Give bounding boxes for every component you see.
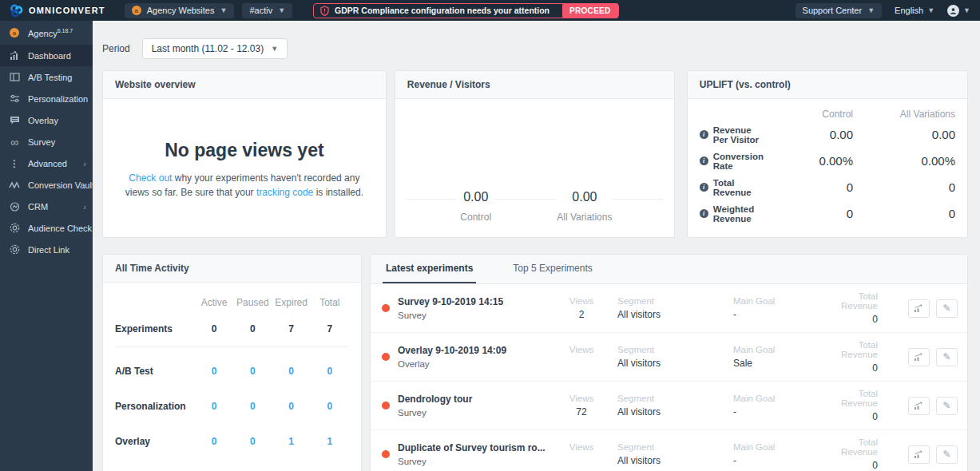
edit-button[interactable]: ✎: [936, 445, 958, 464]
edit-button[interactable]: ✎: [936, 348, 958, 366]
experiment-row[interactable]: Survey 9-10-2019 14:15 Survey Views2 Seg…: [371, 284, 967, 333]
uplift-control-value: 0.00%: [764, 154, 853, 168]
sidebar-item-crm[interactable]: CRM ›: [0, 196, 93, 217]
sidebar-item-label: Conversion Vault: [28, 180, 94, 190]
goal-selector[interactable]: #activ ▼: [242, 3, 292, 18]
sidebar-item-advanced[interactable]: ⋮ Advanced ›: [0, 152, 93, 174]
user-menu[interactable]: ▼: [947, 5, 970, 17]
empty-state-text: Check out why your experiments haven't r…: [117, 171, 371, 200]
chevron-down-icon: ▼: [278, 7, 285, 14]
tab-top-5-experiments[interactable]: Top 5 Experiments: [510, 255, 595, 283]
chevron-down-icon: ▼: [271, 46, 278, 53]
experiment-title: Overlay 9-10-2019 14:09: [398, 345, 546, 356]
segment-value: All visitors: [617, 455, 733, 466]
sidebar-item-dashboard[interactable]: Dashboard: [0, 45, 93, 66]
personalization-icon: [8, 94, 21, 103]
topbar: OMNICONVERT a Agency Websites ▼ #activ ▼…: [0, 0, 980, 21]
sidebar-item-direct-link[interactable]: Direct Link: [0, 239, 93, 260]
sidebar-item-conversion-vault[interactable]: Conversion Vault: [0, 174, 93, 196]
agency-icon: a: [8, 28, 21, 38]
stats-button[interactable]: [908, 445, 930, 464]
main-goal-value: -: [733, 455, 841, 466]
main-goal-value: Sale: [733, 358, 841, 369]
sidebar-item-audience-check[interactable]: Audience Check: [0, 217, 93, 239]
language-selector[interactable]: English ▼: [895, 6, 934, 15]
chart-icon: [914, 402, 924, 410]
website-selector-label: Agency Websites: [147, 6, 215, 15]
sidebar-item-label: Survey: [28, 137, 55, 147]
card-title: Revenue / Visitors: [395, 71, 674, 99]
period-value: Last month (11.02 - 12.03): [152, 43, 264, 54]
stats-button[interactable]: [908, 348, 930, 366]
card-title: UPLIFT (vs. control): [688, 71, 967, 99]
total-revenue-value: 0: [841, 460, 878, 471]
experiment-title: Duplicate of Survey tourism ro...: [398, 442, 546, 453]
period-select[interactable]: Last month (11.02 - 12.03) ▼: [142, 38, 288, 59]
info-icon[interactable]: i: [700, 156, 708, 165]
sidebar-item-label: CRM: [28, 202, 48, 212]
activity-row-experiments: Experiments 0 0 7 7: [115, 315, 349, 343]
sidebar-item-label: Advanced: [28, 159, 67, 168]
check-out-link[interactable]: Check out: [129, 172, 172, 184]
chart-icon: [914, 304, 924, 313]
uplift-all-value: 0.00%: [853, 154, 955, 168]
experiment-row[interactable]: Overlay 9-10-2019 14:09 Overlay Views Se…: [371, 333, 967, 382]
uplift-control-value: 0: [764, 207, 853, 220]
col-paused: Paused: [233, 297, 272, 308]
info-icon[interactable]: i: [700, 130, 708, 139]
activity-row-overlay: Overlay 0 0 1 1: [115, 427, 349, 456]
uplift-col-all-variations: All Variations: [853, 109, 955, 120]
sidebar-item-ab-testing[interactable]: A/B Testing: [0, 66, 93, 88]
pencil-icon: ✎: [942, 400, 950, 411]
advanced-icon: ⋮: [8, 158, 21, 169]
divider: [115, 346, 349, 347]
pencil-icon: ✎: [942, 303, 950, 314]
col-total: Total: [311, 297, 349, 308]
sidebar-item-label: Audience Check: [28, 224, 92, 233]
status-dot: [382, 402, 390, 410]
chart-icon: [914, 450, 924, 459]
tracking-code-link[interactable]: tracking code: [256, 187, 313, 198]
sidebar-item-overlay[interactable]: Overlay: [0, 109, 93, 131]
brand-logo: OMNICONVERT: [10, 4, 105, 18]
control-label: Control: [457, 212, 494, 223]
proceed-button[interactable]: PROCEED: [562, 3, 618, 18]
support-center-menu[interactable]: Support Center ▼: [796, 3, 883, 18]
sidebar-item-label: A/B Testing: [28, 73, 72, 82]
experiment-title: Survey 9-10-2019 14:15: [398, 296, 546, 307]
experiment-title: Dendrology tour: [398, 394, 546, 405]
chevron-down-icon: ▼: [220, 7, 228, 14]
uplift-row: iConversion Rate 0.00% 0.00%: [700, 148, 955, 174]
period-label: Period: [102, 43, 130, 54]
agency-version: 6.18.7: [58, 28, 73, 34]
info-icon[interactable]: i: [700, 183, 708, 192]
stats-button[interactable]: [908, 299, 930, 318]
segment-value: All visitors: [617, 406, 733, 418]
views-value: 72: [546, 406, 617, 418]
activity-row-personalization: Personalization 0 0 0 0: [115, 392, 349, 421]
ab-testing-icon: [8, 73, 21, 81]
experiment-type: Survey: [398, 408, 546, 418]
all-variations-label: All Variations: [557, 212, 612, 223]
stats-button[interactable]: [908, 397, 930, 415]
experiment-row[interactable]: Dendrology tour Survey Views72 SegmentAl…: [371, 382, 967, 430]
uplift-col-control: Control: [764, 109, 853, 120]
sidebar-item-label: Direct Link: [28, 245, 69, 255]
direct-link-icon: [8, 244, 21, 255]
website-selector[interactable]: a Agency Websites ▼: [125, 3, 235, 18]
tab-latest-experiments[interactable]: Latest experiments: [383, 255, 476, 283]
experiment-row[interactable]: Duplicate of Survey tourism ro... Survey…: [371, 430, 967, 471]
sidebar-item-agency[interactable]: a Agency6.18.7: [0, 21, 93, 45]
main-goal-value: -: [733, 309, 841, 320]
sidebar-item-personalization[interactable]: Personalization: [0, 88, 93, 109]
edit-button[interactable]: ✎: [936, 397, 958, 415]
sidebar-item-survey[interactable]: ∞ Survey: [0, 131, 93, 152]
edit-button[interactable]: ✎: [936, 299, 958, 318]
status-dot: [382, 450, 390, 458]
activity-row-survey: Survey 0 0 6 6: [115, 462, 349, 471]
pencil-icon: ✎: [942, 351, 950, 362]
revenue-visitors-card: Revenue / Visitors 0.00 Control 0.00 All…: [395, 70, 675, 238]
experiment-type: Survey: [398, 457, 546, 466]
info-icon[interactable]: i: [700, 209, 708, 218]
control-value: 0.00: [457, 190, 494, 204]
